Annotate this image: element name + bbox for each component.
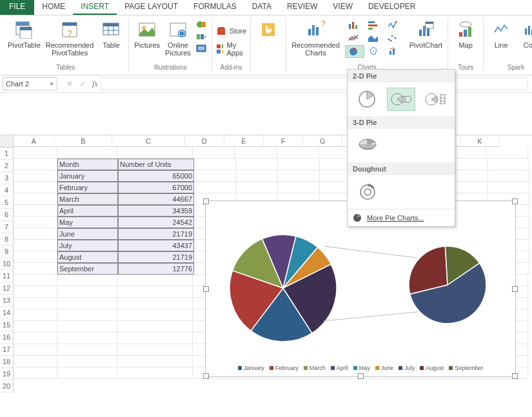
row-header[interactable]: 12 (0, 282, 14, 295)
column-header[interactable]: B (55, 135, 112, 147)
cell[interactable] (14, 298, 57, 309)
cell[interactable]: 67000 (118, 182, 194, 193)
cell[interactable] (57, 147, 117, 159)
cell[interactable] (14, 228, 57, 240)
legend-item[interactable]: May (353, 365, 370, 371)
online-pictures-button[interactable]: Online Pictures (164, 18, 192, 58)
cell[interactable] (14, 367, 57, 379)
row-header[interactable]: 1 (0, 148, 14, 160)
bar-of-pie-option[interactable] (420, 88, 449, 111)
row-header[interactable]: 5 (0, 197, 14, 209)
cell[interactable]: June (57, 228, 118, 240)
main-pie[interactable] (219, 227, 348, 343)
pictures-button[interactable]: Pictures (133, 18, 161, 50)
row-header[interactable]: 7 (0, 221, 14, 233)
tab-developer[interactable]: DEVELOPER (360, 0, 423, 15)
cell[interactable]: 12776 (118, 263, 194, 275)
row-header[interactable]: 16 (0, 331, 14, 344)
cell[interactable] (117, 344, 193, 356)
store-button[interactable]: Store (216, 26, 246, 36)
doughnut-option[interactable] (353, 180, 382, 204)
cell[interactable] (14, 159, 57, 170)
cell[interactable] (488, 159, 529, 170)
area-chart-button[interactable] (364, 32, 382, 44)
cell[interactable] (117, 286, 193, 298)
tab-home[interactable]: HOME (34, 0, 73, 15)
chart-legend[interactable]: JanuaryFebruaryMarchAprilMayJuneJulyAugu… (206, 365, 515, 371)
row-header[interactable]: 8 (0, 233, 14, 246)
cell[interactable] (277, 147, 319, 159)
row-header[interactable]: 18 (0, 356, 14, 368)
cell[interactable] (57, 309, 117, 321)
row-header[interactable]: 10 (0, 258, 14, 270)
column-header[interactable]: A (14, 135, 55, 147)
select-all-corner[interactable] (0, 135, 14, 148)
cell[interactable]: 34359 (118, 205, 194, 217)
name-box[interactable]: Chart 2▼ (3, 77, 57, 90)
row-header[interactable]: 11 (0, 270, 14, 282)
shapes-button[interactable] (196, 19, 206, 30)
scatter-chart-button[interactable] (384, 32, 402, 44)
pivottable-button[interactable]: PivotTable (6, 18, 42, 50)
row-header[interactable]: 4 (0, 184, 14, 197)
cell[interactable]: February (57, 182, 118, 193)
row-header[interactable]: 3 (0, 172, 14, 184)
cell[interactable] (57, 321, 117, 333)
legend-item[interactable]: April (331, 365, 348, 371)
cell[interactable] (14, 182, 57, 193)
row-header[interactable]: 2 (0, 160, 14, 172)
cell[interactable] (117, 321, 193, 333)
cell[interactable]: Month (57, 159, 118, 170)
legend-item[interactable]: February (270, 365, 299, 371)
cell[interactable] (14, 240, 57, 251)
cell[interactable] (14, 356, 57, 367)
cell[interactable] (14, 217, 57, 228)
tab-formulas[interactable]: FORMULAS (186, 0, 244, 15)
pie-2d-option[interactable] (353, 88, 382, 111)
column-header[interactable]: K (460, 135, 500, 147)
row-header[interactable]: 20 (0, 380, 14, 393)
legend-item[interactable]: July (399, 365, 415, 371)
cell[interactable]: 21719 (118, 251, 194, 263)
cell[interactable] (14, 309, 57, 321)
pie-chart-button[interactable] (345, 45, 364, 58)
cell[interactable]: January (57, 170, 118, 182)
column-header[interactable]: E (224, 135, 264, 147)
cell[interactable] (14, 321, 57, 333)
cell[interactable]: September (57, 263, 118, 275)
cell[interactable]: August (57, 251, 118, 263)
row-header[interactable]: 9 (0, 246, 14, 258)
cell[interactable] (57, 275, 117, 286)
row-header[interactable]: 14 (0, 307, 14, 319)
cell[interactable] (14, 147, 57, 159)
smartart-button[interactable] (196, 32, 206, 42)
cell[interactable] (236, 159, 278, 170)
row-header[interactable]: 6 (0, 209, 14, 221)
cell[interactable]: 21719 (118, 228, 194, 240)
formula-bar[interactable] (101, 77, 528, 90)
sparkline-line-button[interactable]: Line (488, 18, 515, 50)
cell[interactable] (14, 263, 57, 275)
tab-file[interactable]: FILE (0, 0, 34, 15)
cell[interactable] (14, 205, 57, 217)
fx-icon[interactable]: fx (92, 79, 98, 89)
map-button[interactable]: Map (452, 18, 479, 50)
table-button[interactable]: Table (97, 18, 124, 50)
cell[interactable] (117, 275, 193, 286)
tab-view[interactable]: VIEW (325, 0, 360, 15)
cell[interactable] (488, 182, 529, 193)
cell[interactable] (194, 159, 236, 170)
pie-of-pie-option[interactable] (387, 88, 416, 111)
cell[interactable] (117, 147, 193, 159)
cell[interactable]: 44667 (118, 193, 194, 205)
column-header[interactable]: D (185, 135, 224, 147)
cell[interactable] (14, 193, 57, 205)
cell[interactable] (193, 147, 235, 159)
cell[interactable] (57, 367, 117, 379)
cell[interactable]: 43437 (118, 240, 194, 251)
cell[interactable]: Number of Units (118, 159, 194, 170)
cell[interactable]: April (57, 205, 118, 217)
cell[interactable] (117, 367, 193, 379)
row-header[interactable]: 17 (0, 344, 14, 356)
sub-pie[interactable] (399, 237, 496, 333)
